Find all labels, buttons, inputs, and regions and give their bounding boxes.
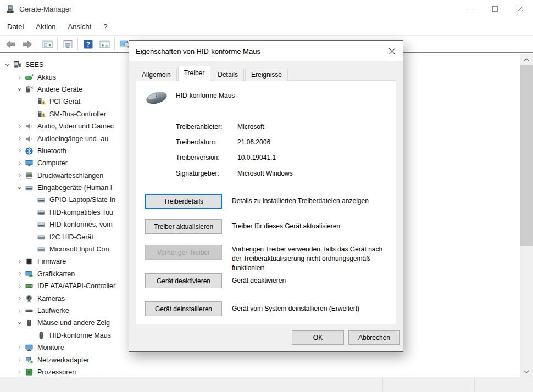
svg-text:?: ? — [86, 40, 90, 48]
ger-t-deaktivieren-button[interactable]: Gerät deaktivieren — [145, 273, 222, 288]
treiber-aktualisieren-button[interactable]: Treiber aktualisieren — [145, 219, 222, 234]
tree-item-label: Microsoft Input Con — [49, 245, 109, 253]
vertical-scrollbar[interactable] — [520, 54, 533, 377]
chevron-right-icon[interactable] — [14, 282, 25, 290]
speaker-icon — [25, 135, 35, 143]
driver-info-value: 10.0.19041.1 — [237, 154, 276, 161]
tree-item-netzwerkadapter[interactable]: Netzwerkadapter — [0, 354, 520, 366]
tab-details[interactable]: Details — [212, 69, 244, 81]
scroll-up-button[interactable] — [520, 54, 533, 65]
mouse-icon — [37, 331, 47, 340]
chevron-right-icon[interactable] — [14, 159, 25, 167]
tab-treiber[interactable]: Treiber — [178, 66, 211, 81]
maximize-button[interactable] — [482, 0, 508, 18]
chevron-right-icon[interactable] — [14, 368, 25, 377]
menu-item-datei[interactable]: Datei — [1, 19, 30, 34]
battery-icon — [25, 73, 35, 82]
console-tree-icon — [42, 40, 53, 49]
tree-item-label: Bluetooth — [37, 147, 66, 155]
tree-item-label: Mäuse und andere Zeig — [37, 319, 110, 327]
tree-item-label: Computer — [37, 159, 68, 167]
monitor-icon — [25, 343, 35, 352]
driver-info-value: Microsoft — [237, 123, 264, 131]
treiberdetails-button[interactable]: Treiberdetails — [145, 194, 222, 209]
toolbar-separator — [57, 38, 58, 50]
tree-item-label: Audioeingänge und -au — [37, 135, 108, 143]
chevron-right-icon[interactable] — [14, 171, 25, 180]
tree-item-label: Eingabegeräte (Human I — [37, 184, 112, 192]
scrollbar-thumb[interactable] — [520, 65, 533, 246]
chevron-spacer — [26, 110, 37, 119]
chevron-right-icon[interactable] — [14, 257, 25, 266]
help-button[interactable]: ? — [81, 37, 95, 51]
chevron-right-icon[interactable] — [14, 306, 25, 315]
tree-item-prozessoren[interactable]: Prozessoren — [0, 366, 520, 377]
menu-item-aktion[interactable]: Aktion — [30, 19, 62, 34]
dialog-tabs: AllgemeinTreiberDetailsEreignisse — [136, 67, 289, 81]
chevron-right-icon[interactable] — [14, 343, 25, 352]
minimize-button[interactable] — [457, 0, 482, 18]
driver-info-label: Treiberdatum: — [176, 138, 216, 146]
help-icon: ? — [82, 40, 94, 49]
menu-item-item[interactable]: ? — [97, 19, 113, 34]
chevron-spacer — [26, 195, 37, 204]
tree-item-label: HID-konforme Maus — [49, 332, 111, 339]
properties-button[interactable] — [60, 37, 75, 51]
console-tree-button[interactable] — [40, 37, 54, 51]
tree-item-label: Monitore — [37, 344, 64, 351]
chevron-down-icon[interactable] — [14, 318, 25, 327]
ger-t-deinstallieren-button[interactable]: Gerät deinstallieren — [145, 301, 222, 316]
driver-action-row: Gerät deaktivierenGerät deaktivieren — [145, 273, 391, 288]
chevron-down-icon[interactable] — [2, 60, 13, 69]
toolbar-separator — [114, 38, 115, 50]
tree-item-label: GPIO-Laptop/Slate-In — [49, 196, 115, 204]
action-pane-button[interactable] — [97, 37, 112, 51]
chevron-right-icon[interactable] — [14, 122, 25, 131]
bluetooth-icon — [25, 147, 35, 155]
chevron-down-icon[interactable] — [14, 183, 25, 192]
window-titlebar: Geräte-Manager — [0, 0, 533, 18]
cancel-button[interactable]: Abbrechen — [348, 330, 400, 345]
chevron-right-icon[interactable] — [14, 270, 25, 278]
cpu-icon — [25, 368, 35, 377]
driver-action-row: Gerät deinstallierenGerät vom System dei… — [145, 301, 391, 316]
hid-icon — [25, 183, 35, 192]
scroll-down-button[interactable] — [520, 366, 533, 377]
chevron-right-icon[interactable] — [14, 294, 25, 303]
dialog-footer: OK Abbrechen — [129, 323, 403, 351]
network-icon — [25, 356, 35, 365]
monitor-icon — [25, 159, 35, 167]
hid-icon — [37, 195, 47, 204]
chevron-right-icon[interactable] — [14, 135, 25, 143]
menu-bar: DateiAktionAnsicht? — [0, 18, 533, 35]
chevron-spacer — [26, 208, 37, 217]
tab-ereignisse[interactable]: Ereignisse — [245, 69, 288, 81]
chevron-down-icon[interactable] — [14, 85, 25, 94]
driver-action-row: TreiberdetailsDetails zu installierten T… — [145, 194, 391, 209]
tree-item-label: I2C HID-Gerät — [49, 233, 93, 241]
tab-allgemein[interactable]: Allgemein — [136, 69, 177, 81]
back-button[interactable] — [3, 37, 18, 51]
chevron-right-icon[interactable] — [14, 73, 25, 82]
dialog-titlebar: Eigenschaften von HID-konforme Maus — [129, 41, 403, 61]
dialog-close-icon[interactable] — [384, 43, 400, 59]
warning-device-icon — [37, 97, 47, 106]
chevron-spacer — [26, 220, 37, 229]
tree-item-label: Akkus — [37, 74, 56, 81]
driver-info-value: 21.06.2006 — [237, 138, 270, 146]
chevron-spacer — [26, 97, 37, 106]
driver-info-label: Treiberanbieter: — [176, 123, 222, 131]
close-button[interactable] — [508, 0, 533, 18]
menu-item-ansicht[interactable]: Ansicht — [62, 19, 98, 34]
driver-action-description: Gerät deaktivieren — [232, 276, 286, 285]
svg-text:?: ? — [30, 86, 32, 89]
hid-icon — [37, 208, 47, 217]
ok-button[interactable]: OK — [292, 330, 344, 345]
device-name: HID-konforme Maus — [176, 92, 235, 99]
forward-button[interactable] — [20, 37, 34, 51]
tree-item-label: Laufwerke — [37, 307, 69, 315]
chevron-right-icon[interactable] — [14, 147, 25, 155]
chevron-right-icon[interactable] — [14, 356, 25, 365]
driver-info-label: Treiberversion: — [176, 154, 220, 161]
back-icon — [5, 40, 16, 49]
